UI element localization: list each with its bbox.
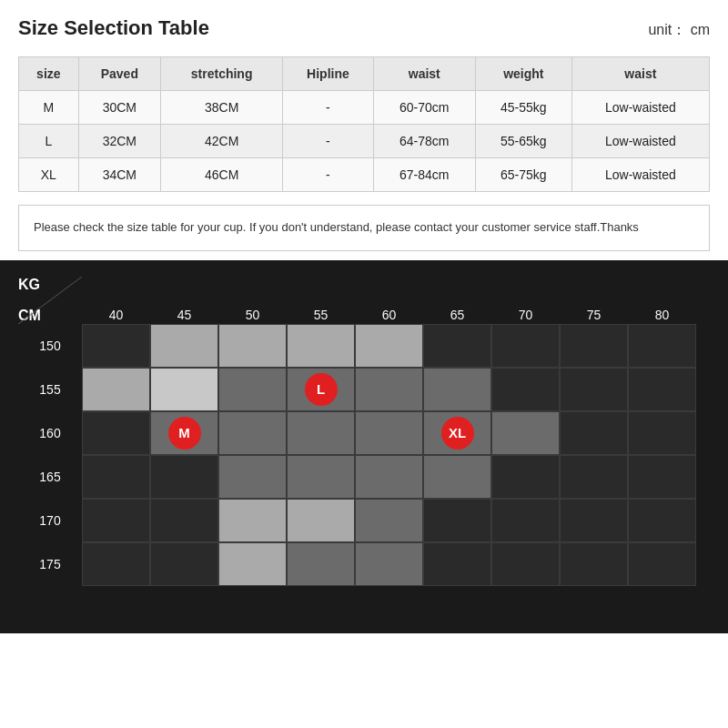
chart-cell: [82, 411, 150, 455]
chart-col-header: 55: [287, 308, 355, 322]
chart-row-label: 150: [18, 324, 82, 368]
chart-row: [82, 455, 710, 499]
table-cell: 30CM: [78, 91, 160, 125]
chart-cell: [560, 542, 628, 586]
chart-cell: [82, 368, 150, 411]
unit-label: unit： cm: [648, 21, 710, 40]
chart-cell: [491, 368, 560, 411]
chart-cell: [491, 499, 560, 542]
chart-col-header: 40: [82, 308, 150, 322]
chart-cell: [628, 368, 696, 411]
chart-cell: [423, 324, 491, 368]
chart-row: [82, 324, 710, 368]
chart-cell: [560, 411, 628, 455]
chart-row-label: 170: [18, 499, 82, 542]
chart-cell: [287, 542, 355, 586]
table-cell: -: [283, 91, 373, 125]
chart-cell: [560, 499, 628, 542]
table-cell: Low-waisted: [571, 125, 709, 158]
chart-cell: [287, 411, 355, 455]
note-text: Please check the size table for your cup…: [34, 220, 639, 234]
chart-cell: [150, 324, 218, 368]
table-cell: 65-75kg: [475, 158, 571, 192]
chart-col-header: 45: [150, 308, 218, 322]
table-header: waist: [373, 57, 475, 91]
table-header: waist: [571, 57, 709, 91]
chart-cell: [423, 542, 491, 586]
table-cell: -: [283, 158, 373, 192]
chart-cell: [150, 499, 218, 542]
chart-cell: [628, 411, 696, 455]
table-cell: 46CM: [160, 158, 282, 192]
chart-cell: [560, 368, 628, 411]
table-cell: 42CM: [160, 125, 282, 158]
table-header: size: [19, 57, 79, 91]
chart-cell: [218, 368, 287, 411]
chart-cell: [218, 499, 287, 542]
chart-row: [82, 499, 710, 542]
chart-cell: [560, 455, 628, 499]
table-cell: L: [19, 125, 79, 158]
table-cell: Low-waisted: [571, 158, 709, 192]
table-cell: 45-55kg: [475, 91, 571, 125]
chart-cell: [287, 368, 355, 411]
table-cell: -: [283, 125, 373, 158]
svg-line-0: [18, 277, 82, 324]
chart-cell: [628, 542, 696, 586]
table-header: Paved: [78, 57, 160, 91]
note-box: Please check the size table for your cup…: [18, 205, 710, 251]
chart-cell: [218, 542, 287, 586]
chart-cell: [150, 455, 218, 499]
chart-row-label: 160: [18, 411, 82, 455]
chart-cell: [423, 455, 491, 499]
chart-cell: [150, 368, 218, 411]
table-cell: M: [19, 91, 79, 125]
table-cell: Low-waisted: [571, 91, 709, 125]
chart-cell: [423, 368, 491, 411]
chart-cell: [491, 542, 560, 586]
chart-cell: [150, 411, 218, 455]
table-cell: 67-84cm: [373, 158, 475, 192]
table-row: L32CM42CM-64-78cm55-65kgLow-waisted: [19, 125, 710, 158]
chart-row-label: 165: [18, 455, 82, 499]
chart-cell: [491, 455, 560, 499]
table-cell: 55-65kg: [475, 125, 571, 158]
table-row: XL34CM46CM-67-84cm65-75kgLow-waisted: [19, 158, 710, 192]
chart-cell: [355, 368, 423, 411]
table-cell: 64-78cm: [373, 125, 475, 158]
table-cell: XL: [19, 158, 79, 192]
chart-cell: [82, 455, 150, 499]
chart-cell: [355, 455, 423, 499]
page-title: Size Selection Table: [18, 16, 209, 40]
chart-cell: [491, 324, 560, 368]
size-table: sizePavedstretchingHiplinewaistweightwai…: [18, 56, 710, 192]
chart-col-header: 65: [423, 308, 491, 322]
chart-cell: [423, 499, 491, 542]
chart-cell: [355, 324, 423, 368]
table-header: Hipline: [283, 57, 373, 91]
chart-cell: [82, 542, 150, 586]
chart-cell: [423, 411, 491, 455]
chart-row-label: 175: [18, 542, 82, 586]
chart-col-header: 75: [560, 308, 628, 322]
chart-row: [82, 542, 710, 586]
chart-cell: [628, 455, 696, 499]
chart-cell: [218, 455, 287, 499]
chart-cell: [355, 411, 423, 455]
table-cell: 38CM: [160, 91, 282, 125]
chart-cell: [150, 542, 218, 586]
table-header: weight: [475, 57, 571, 91]
table-cell: 60-70cm: [373, 91, 475, 125]
chart-cell: [628, 324, 696, 368]
chart-col-header: 50: [218, 308, 287, 322]
chart-cell: [82, 499, 150, 542]
chart-cell: [218, 411, 287, 455]
chart-cell: [82, 324, 150, 368]
chart-col-header: 80: [628, 308, 696, 322]
chart-col-header: 60: [355, 308, 423, 322]
chart-cell: [560, 324, 628, 368]
size-chart: KG CM 404550556065707580 150155160165170…: [0, 260, 728, 633]
table-cell: 32CM: [78, 125, 160, 158]
chart-cell: [628, 499, 696, 542]
chart-cell: [287, 455, 355, 499]
